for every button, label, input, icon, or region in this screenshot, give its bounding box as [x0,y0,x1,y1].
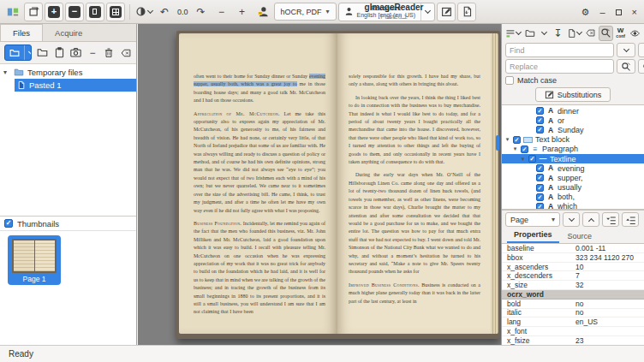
close-button[interactable]: × [632,7,637,17]
checkbox[interactable]: ✓ [536,107,544,115]
document-canvas[interactable]: often went to their home for Sunday dinn… [138,24,501,345]
tree-item-word[interactable]: ✓ A evening [502,163,644,173]
zoom-original-button[interactable] [86,3,104,21]
zoom-in-icon: + [48,6,60,18]
tab-properties[interactable]: Properties [507,228,559,243]
zoom-in-button[interactable]: + [45,3,63,21]
settings-button[interactable]: ⚙ [581,7,590,18]
property-row[interactable]: langen_US [502,317,644,327]
image-controls-button[interactable] [134,3,153,21]
tree-item-word[interactable]: ✓ A usually [502,183,644,193]
tree-item-word[interactable]: ✓ A or [502,116,644,125]
next-item-button[interactable] [563,212,580,227]
checkbox[interactable]: ✓ [536,164,544,172]
word-confidence-toggle-button[interactable]: Wconf [614,26,627,41]
expander-icon[interactable]: ▾ [504,136,510,143]
find-previous-button[interactable] [638,43,644,57]
expander-icon[interactable]: ▾ [520,156,526,163]
tab-files[interactable]: Files [0,24,43,41]
collapse-all-button[interactable] [622,212,639,227]
find-replace-toggle-button[interactable] [599,26,613,41]
tree-item-word[interactable]: ✓ A supper, [502,173,644,182]
property-row[interactable]: x_fsize23 [502,336,644,345]
tab-acquire[interactable]: Acquire [43,24,94,41]
save-hocr-button[interactable]: ↧ [552,26,564,41]
ocr-output-mode-select[interactable]: hOCR, PDF ▾ [274,3,337,21]
property-row[interactable]: boldno [502,300,644,309]
tree-item-word[interactable]: ✓ A both, [502,193,644,202]
tree-item-textline-selected[interactable]: ▾ ✓ — Textline [502,154,644,163]
tree-item-word[interactable]: ✓ A Sunday [502,125,644,134]
open-hocr-button[interactable] [523,26,537,41]
delete-source-button[interactable] [103,45,115,61]
rotation-angle-value[interactable]: 0.0 [176,8,190,16]
property-row[interactable]: x_font [502,327,644,336]
checkbox[interactable]: ✓ [536,193,544,201]
property-row[interactable]: x_ascenders10 [502,263,644,272]
property-row[interactable]: baseline0.001 -11 [502,244,644,253]
rotate-left-button[interactable]: ↶ [155,3,174,21]
checkbox[interactable]: ✓ [536,184,544,192]
tree-item-word[interactable]: ✓ A dinner [502,106,644,116]
property-row[interactable]: bbox323 234 1120 270 [502,253,644,263]
checkbox[interactable]: ✓ [521,145,528,153]
open-dropdown-button[interactable] [24,45,32,60]
tree-item-temporary-files[interactable]: ▾ Temporary files [0,66,136,79]
tab-source[interactable]: Source [561,230,599,243]
clear-sources-button[interactable] [120,45,132,61]
expand-all-button[interactable] [602,212,619,227]
expander-icon[interactable]: ▾ [3,68,10,76]
property-value: 32 [574,281,644,289]
tree-item-text-block[interactable]: ▾ ✓ Text block [502,135,644,145]
replace-input[interactable] [505,59,614,74]
save-output-button[interactable] [457,3,476,21]
checkbox[interactable]: ✓ [536,126,544,134]
zoom-out-button[interactable]: − [65,3,84,21]
rotate-mode-button[interactable] [24,3,43,21]
backspace-icon [120,48,132,58]
rotate-right-button[interactable]: ↷ [192,3,211,21]
replace-all-button[interactable] [638,59,644,74]
paste-button[interactable] [53,45,65,61]
remove-source-button[interactable]: − [86,45,98,61]
insert-mode-button[interactable] [504,26,522,41]
expander-icon[interactable]: ▾ [512,145,518,152]
replace-button[interactable] [617,59,635,74]
screenshot-button[interactable] [69,45,81,61]
match-case-checkbox[interactable] [505,76,514,85]
open-button[interactable] [5,45,24,60]
previous-item-button[interactable] [582,212,599,227]
find-input[interactable] [505,43,614,57]
canvas-scrollbar[interactable] [496,135,499,151]
tree-item-pasted-1[interactable]: Pasted 1 [15,79,136,92]
show-sources-pane-button[interactable] [3,3,22,21]
property-section-ocrx-word[interactable]: ocrx_word [502,290,644,300]
checkbox[interactable]: ✓ [536,203,544,210]
add-folder-button[interactable] [36,45,48,61]
page-decrement-button[interactable]: − [212,3,231,21]
find-next-button[interactable] [617,43,635,57]
thumbnail-page-1[interactable]: Page 1 [8,235,61,285]
checkbox[interactable]: ✓ [528,155,536,163]
open-hocr-dropdown-button[interactable] [538,26,551,41]
page-increment-button[interactable]: + [233,3,252,21]
navigation-target-select[interactable]: Page ▾ [505,212,560,227]
maximize-button[interactable] [616,9,622,15]
property-row[interactable]: x_size32 [502,281,644,290]
tree-item-paragraph[interactable]: ▾ ✓ ≡ Paragraph [502,145,644,154]
property-row[interactable]: italicno [502,309,644,318]
property-row[interactable]: x_descenders7 [502,271,644,281]
tree-item-word[interactable]: ✓ A which [502,202,644,210]
clear-output-button[interactable] [583,26,598,41]
checkbox[interactable]: ✓ [536,116,544,124]
ocr-language-button[interactable] [253,3,272,21]
zoom-fit-button[interactable] [106,3,125,21]
checkbox[interactable]: ✓ [536,174,544,181]
preview-toggle-button[interactable] [628,26,642,41]
substitutions-button[interactable]: Substitutions [535,87,611,102]
export-button[interactable] [565,26,583,41]
minimize-button[interactable]: – [599,7,605,17]
property-key: bold [502,300,574,308]
thumbnails-checkbox[interactable]: ✓ [4,219,13,228]
checkbox[interactable]: ✓ [513,136,521,144]
